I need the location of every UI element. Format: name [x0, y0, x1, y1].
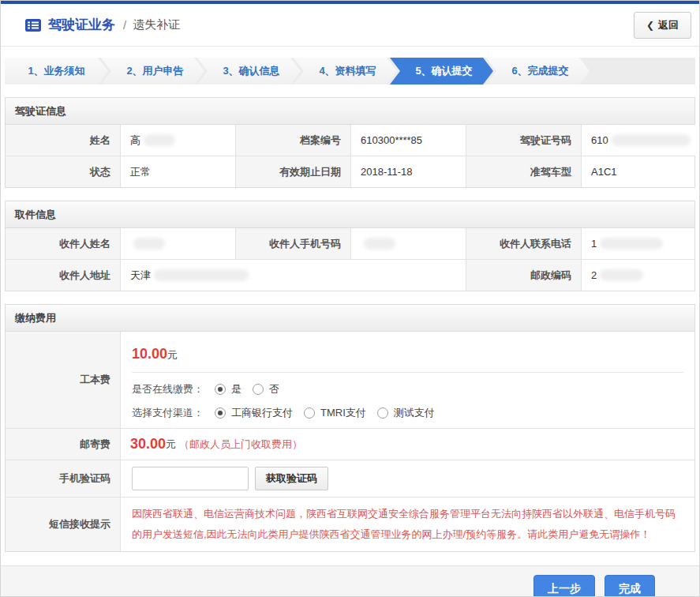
status-label: 状态 — [6, 156, 121, 187]
sms-notice-row: 短信接收提示 因陕西省联通、电信运营商技术问题，陕西省互联网交通安全综合服务管理… — [6, 498, 694, 551]
mail-fee-note: （邮政人员上门收取费用） — [179, 437, 302, 452]
radio-label: 是 — [231, 382, 241, 396]
table-row: 收件人姓名 收件人手机号码 收件人联系电话 1 — [6, 228, 694, 260]
radio-unselected-icon — [377, 407, 388, 419]
page-title: 驾驶证业务 — [48, 16, 115, 34]
valid-until-value: 2018-11-18 — [351, 156, 466, 187]
radio-selected-icon — [215, 407, 226, 419]
recipient-address-label: 收件人地址 — [6, 260, 121, 291]
radio-label: 测试支付 — [394, 406, 435, 420]
step-label: 2、用户申告 — [126, 64, 183, 78]
radio-online-no[interactable]: 否 — [253, 382, 279, 396]
license-info-title: 驾驶证信息 — [6, 98, 694, 125]
recipient-mobile-value — [351, 228, 466, 259]
license-number-value: 610 — [582, 125, 700, 156]
license-number-label: 驾驶证号码 — [466, 125, 582, 156]
radio-online-yes[interactable]: 是 — [215, 382, 241, 396]
recipient-mobile-label: 收件人手机号码 — [236, 228, 351, 259]
radio-channel-tmri[interactable]: TMRI支付 — [304, 406, 366, 420]
step-bar-filler — [590, 58, 695, 84]
chevron-left-icon: ❮ — [646, 20, 654, 31]
production-fee-amount: 10.00元 — [132, 340, 683, 373]
radio-unselected-icon — [304, 407, 315, 419]
sms-code-row: 手机验证码 获取验证码 — [6, 460, 694, 498]
step-label: 5、确认提交 — [415, 64, 472, 78]
breadcrumb-current: 遗失补证 — [133, 17, 180, 32]
payment-channel-question: 选择支付渠道： — [132, 406, 204, 420]
redacted-blob — [612, 134, 691, 146]
radio-unselected-icon — [253, 384, 264, 395]
redacted-blob — [154, 269, 249, 281]
step-4-fill-data[interactable]: 4、资料填写 — [294, 58, 397, 84]
page: 驾驶证业务 / 遗失补证 ❮ 返回 1、业务须知 2、用户申告 3、确认信息 4… — [0, 0, 700, 597]
header: 驾驶证业务 / 遗失补证 ❮ 返回 — [1, 4, 699, 47]
step-5-confirm-submit[interactable]: 5、确认提交 — [390, 58, 493, 84]
recipient-name-value — [121, 228, 236, 259]
step-bar: 1、业务须知 2、用户申告 3、确认信息 4、资料填写 5、确认提交 6、完成提… — [5, 58, 695, 84]
pickup-info-section: 取件信息 收件人姓名 收件人手机号码 收件人联系电话 1 收件人地址 天津 邮政… — [5, 201, 695, 291]
step-2-user-declaration[interactable]: 2、用户申告 — [101, 58, 204, 84]
sms-code-label: 手机验证码 — [6, 460, 121, 497]
license-info-section: 驾驶证信息 姓名 高 档案编号 610300****85 驾驶证号码 610 状… — [5, 97, 695, 188]
back-button[interactable]: ❮ 返回 — [634, 12, 691, 39]
recipient-phone-value: 1 — [582, 228, 694, 259]
production-fee-label: 工本费 — [6, 332, 121, 428]
status-value: 正常 — [121, 156, 236, 187]
mail-fee-label: 邮寄费 — [6, 429, 121, 460]
redacted-blob — [600, 269, 643, 281]
online-payment-question-row: 是否在线缴费： 是 否 — [132, 382, 683, 396]
step-label: 3、确认信息 — [223, 64, 279, 78]
vehicle-class-value: A1C1 — [582, 156, 694, 187]
name-label: 姓名 — [6, 125, 121, 156]
file-number-label: 档案编号 — [236, 125, 351, 156]
payment-fees-section: 缴纳费用 工本费 10.00元 是否在线缴费： 是 否 — [5, 304, 695, 552]
table-row: 姓名 高 档案编号 610300****85 驾驶证号码 610 — [6, 125, 694, 156]
redacted-blob — [133, 238, 165, 250]
sms-notice-label: 短信接收提示 — [6, 498, 121, 551]
finish-button[interactable]: 完成 — [605, 575, 655, 597]
payment-fees-title: 缴纳费用 — [6, 305, 694, 332]
step-1-business-notice[interactable]: 1、业务须知 — [5, 58, 108, 84]
mail-fee-row: 邮寄费 30.00元 （邮政人员上门收取费用） — [6, 429, 694, 460]
get-code-button[interactable]: 获取验证码 — [255, 467, 328, 490]
pickup-info-title: 取件信息 — [6, 201, 694, 228]
radio-label: 工商银行支付 — [231, 406, 293, 420]
redacted-blob — [364, 238, 395, 250]
radio-channel-test[interactable]: 测试支付 — [377, 406, 435, 420]
sms-code-content: 获取验证码 — [121, 460, 694, 497]
sms-code-input[interactable] — [132, 467, 249, 490]
radio-channel-icbc[interactable]: 工商银行支付 — [215, 406, 293, 420]
previous-step-button[interactable]: 上一步 — [533, 575, 595, 597]
sms-notice-text: 因陕西省联通、电信运营商技术问题，陕西省互联网交通安全综合服务管理平台无法向持陕… — [130, 498, 685, 551]
radio-label: 否 — [269, 382, 279, 396]
radio-selected-icon — [215, 384, 226, 395]
postal-code-label: 邮政编码 — [466, 260, 582, 291]
online-payment-question: 是否在线缴费： — [132, 382, 204, 396]
footer-action-bar: 上一步 完成 — [1, 565, 699, 597]
mail-fee-value: 30.00元 （邮政人员上门收取费用） — [121, 429, 694, 460]
vehicle-class-label: 准驾车型 — [466, 156, 582, 187]
recipient-name-label: 收件人姓名 — [6, 228, 121, 259]
step-3-confirm-info[interactable]: 3、确认信息 — [197, 58, 301, 84]
redacted-blob — [144, 134, 175, 146]
table-row: 状态 正常 有效期止日期 2018-11-18 准驾车型 A1C1 — [6, 156, 694, 187]
license-list-icon — [24, 18, 42, 32]
valid-until-label: 有效期止日期 — [236, 156, 351, 187]
step-label: 1、业务须知 — [28, 64, 84, 78]
postal-code-value: 2 — [582, 260, 694, 291]
file-number-value: 610300****85 — [351, 125, 466, 156]
production-fee-row: 工本费 10.00元 是否在线缴费： 是 否 选 — [6, 332, 694, 429]
step-label: 4、资料填写 — [319, 64, 376, 78]
name-value: 高 — [121, 125, 236, 156]
step-6-complete-submit[interactable]: 6、完成提交 — [486, 58, 590, 84]
recipient-address-value: 天津 — [121, 260, 466, 291]
step-label: 6、完成提交 — [511, 64, 568, 78]
redacted-blob — [600, 238, 663, 250]
payment-channel-question-row: 选择支付渠道： 工商银行支付 TMRI支付 测试支付 — [132, 406, 683, 420]
back-button-label: 返回 — [658, 18, 679, 32]
radio-label: TMRI支付 — [320, 406, 366, 420]
breadcrumb: 驾驶证业务 / 遗失补证 — [24, 16, 180, 34]
production-fee-content: 10.00元 是否在线缴费： 是 否 选择支付渠道： — [121, 332, 694, 428]
breadcrumb-separator: / — [123, 18, 126, 32]
sms-notice-content: 因陕西省联通、电信运营商技术问题，陕西省互联网交通安全综合服务管理平台无法向持陕… — [121, 498, 694, 551]
